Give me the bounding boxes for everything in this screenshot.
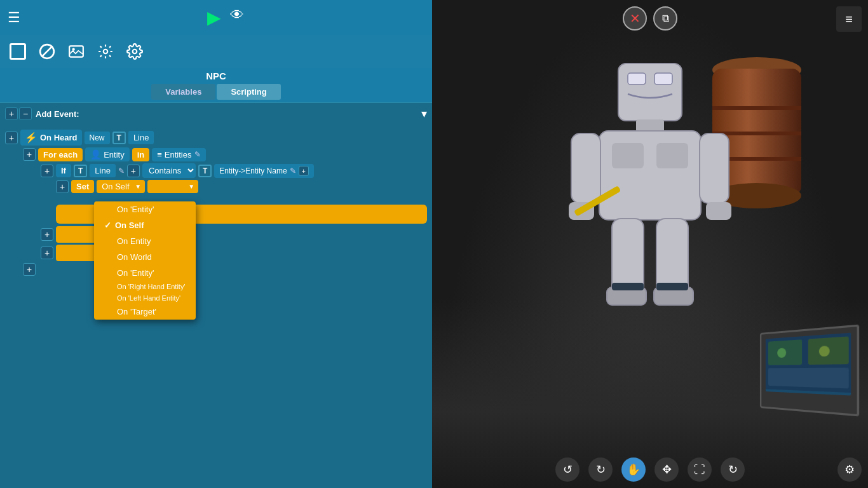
toolbar-center: ▶ 👁 bbox=[27, 7, 424, 28]
scripting-area: + ⚡ On Heard New T Line + For each 👤 Ent… bbox=[0, 125, 432, 488]
circle-slash-btn[interactable] bbox=[36, 40, 58, 63]
dropdown-item-on-world[interactable]: On World bbox=[94, 249, 196, 265]
plus-btn[interactable]: + bbox=[5, 107, 18, 120]
undo-btn[interactable]: ↺ bbox=[555, 458, 580, 482]
dropdown-item-right-hand[interactable]: On 'Right Hand Entity' bbox=[94, 281, 196, 292]
entity-name-plus-icon[interactable]: + bbox=[299, 166, 309, 176]
on-self-select[interactable]: On Self bbox=[97, 180, 145, 193]
tab-scripting[interactable]: Scripting bbox=[217, 84, 280, 100]
svg-rect-20 bbox=[700, 133, 729, 203]
t-badge-1: T bbox=[112, 132, 126, 144]
dropdown-item-label-4: On World bbox=[117, 252, 152, 262]
dropdown-item-label-5: On 'Entity' bbox=[117, 268, 154, 278]
eye-icon[interactable]: 👁 bbox=[230, 7, 244, 28]
t-badge-2: T bbox=[74, 165, 87, 177]
value-select[interactable] bbox=[147, 180, 198, 193]
t-badge-3: T bbox=[198, 165, 212, 177]
dropdown-item-label-3: On Entity bbox=[117, 236, 151, 246]
screen-inner bbox=[766, 333, 851, 396]
viewport-top-icons: ✕ ⧉ bbox=[623, 6, 677, 30]
play-button[interactable]: ▶ bbox=[207, 7, 221, 28]
dropdown-item-on-self[interactable]: ✓ On Self bbox=[94, 217, 196, 233]
set-row: + Set On Self On 'Entity' bbox=[56, 180, 427, 193]
svg-rect-12 bbox=[618, 64, 682, 121]
dropdown-item-label-2: On Self bbox=[115, 220, 144, 230]
plus-minus-btns: + − bbox=[5, 107, 32, 120]
settings-icon[interactable]: ⚙ bbox=[837, 458, 862, 482]
in-badge: in bbox=[132, 148, 150, 161]
svg-rect-13 bbox=[628, 73, 646, 85]
row-plus-btn-3[interactable]: + bbox=[41, 165, 53, 177]
row-plus-btn-8[interactable]: + bbox=[23, 263, 36, 276]
square-icon-btn[interactable] bbox=[6, 40, 29, 63]
hamburger-icon[interactable]: ☰ bbox=[8, 10, 20, 26]
row-plus-btn-2[interactable]: + bbox=[23, 148, 36, 161]
dropdown-item-on-entity-2[interactable]: On Entity bbox=[94, 233, 196, 249]
gear2-icon bbox=[126, 43, 143, 60]
entities-edit-icon[interactable]: ✎ bbox=[194, 150, 201, 159]
top-toolbar: ☰ ▶ 👁 bbox=[0, 0, 432, 35]
gear2-btn[interactable] bbox=[123, 40, 146, 63]
foreach-badge: For each bbox=[38, 148, 83, 161]
second-toolbar bbox=[0, 35, 432, 68]
on-heard-text: On Heard bbox=[40, 133, 78, 142]
entity-name-edit-icon[interactable]: ✎ bbox=[290, 166, 296, 175]
line-badge-1: Line bbox=[128, 131, 154, 144]
fullscreen-btn[interactable]: ⛶ bbox=[688, 458, 712, 482]
svg-rect-33 bbox=[768, 368, 849, 389]
add-event-bar: + − Add Event: ▾ bbox=[0, 102, 432, 125]
rotate-btn[interactable]: ↻ bbox=[721, 458, 745, 482]
contains-select[interactable]: Contains bbox=[142, 163, 196, 178]
on-self-wrapper: On Self bbox=[97, 180, 145, 193]
tabs-row: Variables Scripting bbox=[0, 84, 432, 102]
dropdown-item-on-entity-3[interactable]: On 'Entity' bbox=[94, 265, 196, 281]
if-badge: If bbox=[56, 164, 71, 177]
row-plus-btn-4[interactable]: + bbox=[127, 165, 140, 177]
lightning-badge: ⚡ On Heard bbox=[20, 130, 82, 146]
set-badge: Set bbox=[71, 180, 94, 193]
add-event-label: Add Event: bbox=[36, 109, 79, 119]
dropdown-item-left-hand[interactable]: On 'Left Hand Entity' bbox=[94, 292, 196, 304]
close-viewport-btn[interactable]: ✕ bbox=[623, 6, 647, 30]
redo-btn[interactable]: ↻ bbox=[588, 458, 613, 482]
entity-name-text: Entity->Entity Name bbox=[219, 166, 287, 175]
svg-rect-23 bbox=[706, 202, 731, 220]
tab-variables[interactable]: Variables bbox=[151, 84, 215, 100]
entities-badge: ≡ Entities ✎ bbox=[152, 148, 205, 161]
image-btn[interactable] bbox=[65, 40, 88, 63]
gear1-btn[interactable] bbox=[94, 40, 117, 63]
svg-rect-17 bbox=[612, 143, 644, 168]
on-heard-row: + ⚡ On Heard New T Line bbox=[5, 130, 427, 146]
svg-rect-28 bbox=[612, 283, 644, 290]
gear1-icon bbox=[97, 43, 114, 60]
row-plus-btn-6[interactable]: + bbox=[41, 228, 53, 241]
circle-slash-icon bbox=[39, 43, 55, 60]
add-event-dropdown[interactable]: ▾ bbox=[421, 107, 427, 121]
checkmark-icon: ✓ bbox=[104, 220, 111, 230]
svg-point-3 bbox=[72, 48, 75, 51]
new-badge[interactable]: New bbox=[85, 132, 110, 144]
if-row: + If T Line ✎ + Contains T Entity->Entit… bbox=[41, 163, 427, 178]
line-badge-2: Line bbox=[90, 164, 116, 177]
npc-title: NPC bbox=[0, 71, 432, 81]
value-select-wrapper bbox=[147, 180, 198, 193]
entities-list-icon: ≡ bbox=[157, 150, 162, 159]
row-plus-btn-1[interactable]: + bbox=[5, 132, 18, 144]
line-edit-icon[interactable]: ✎ bbox=[118, 166, 125, 175]
dropdown-item-on-entity-1[interactable]: On 'Entity' bbox=[94, 201, 196, 217]
row-plus-btn-5[interactable]: + bbox=[56, 180, 69, 193]
image-icon bbox=[68, 43, 85, 60]
robot-figure bbox=[561, 51, 739, 358]
list-icon-btn[interactable]: ≡ bbox=[836, 6, 862, 32]
viewport-bg: ✕ ⧉ ≡ ↺ ↻ ✋ ✥ ⛶ ↻ ⚙ bbox=[432, 0, 868, 488]
dropdown-item-label-6: On 'Right Hand Entity' bbox=[117, 283, 186, 290]
viewport-settings-btn[interactable]: ⚙ bbox=[837, 458, 862, 482]
dropdown-item-on-target[interactable]: On 'Target' bbox=[94, 304, 196, 320]
move-btn[interactable]: ✥ bbox=[654, 458, 679, 482]
minus-btn[interactable]: − bbox=[19, 107, 32, 120]
hand-btn[interactable]: ✋ bbox=[621, 458, 646, 482]
svg-point-4 bbox=[104, 50, 108, 54]
row-plus-btn-7[interactable]: + bbox=[41, 247, 53, 259]
svg-rect-19 bbox=[571, 133, 600, 203]
copy-viewport-btn[interactable]: ⧉ bbox=[653, 6, 677, 30]
